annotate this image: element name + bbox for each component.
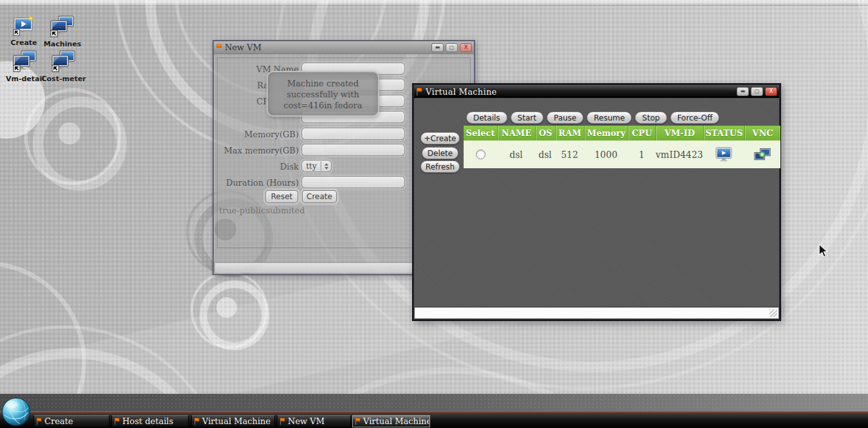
taskbar-item-new-vm[interactable]: New VM bbox=[277, 415, 351, 427]
close-button[interactable]: X bbox=[765, 87, 777, 96]
maximize-button[interactable]: ▢ bbox=[751, 87, 763, 96]
delete-vm-button[interactable]: Delete bbox=[422, 147, 458, 159]
spinner-arrows-icon[interactable] bbox=[321, 161, 331, 171]
ram-label: Ra bbox=[214, 81, 269, 90]
minimize-button[interactable]: ▬ bbox=[737, 87, 749, 96]
cpu-label: CP bbox=[214, 97, 269, 106]
new-vm-titlebar[interactable]: New VM ▬ ▢ X bbox=[214, 41, 474, 54]
details-button[interactable]: Details bbox=[466, 112, 507, 124]
pause-button[interactable]: Pause bbox=[547, 112, 583, 124]
desktop-icon-label: Create bbox=[5, 39, 42, 47]
disk-select-value: tty bbox=[302, 162, 321, 171]
desktop-icon-label: Vm-detail bbox=[4, 75, 46, 83]
refresh-button[interactable]: Refresh bbox=[420, 160, 460, 173]
window-flag-icon bbox=[194, 417, 200, 425]
maximize-button[interactable]: ▢ bbox=[446, 43, 458, 52]
max-memory-label: Max memory(GB) bbox=[214, 146, 299, 155]
vm-table-header: Select NAME OS RAM Memory CPU VM-ID STAT… bbox=[464, 126, 780, 141]
column-header: STATUS bbox=[703, 126, 744, 141]
name-cell: dsl bbox=[497, 141, 535, 168]
screen-top-strip bbox=[0, 0, 868, 6]
vnc-monitors-icon[interactable] bbox=[754, 148, 771, 162]
column-header: CPU bbox=[628, 126, 656, 141]
column-header: VNC bbox=[744, 126, 780, 141]
memory-input[interactable] bbox=[301, 128, 405, 140]
start-button[interactable]: Start bbox=[511, 112, 543, 124]
reset-button[interactable]: Reset bbox=[265, 190, 298, 203]
duration-label: Duration (Hours) bbox=[214, 178, 299, 188]
tooltip-line: Machine created bbox=[268, 78, 378, 89]
dual-monitor-icon bbox=[51, 50, 77, 72]
cpu-cell: 1 bbox=[628, 141, 656, 168]
desktop-icon-cost-meter[interactable]: Cost-meter bbox=[41, 50, 86, 83]
memory-cell: 1000 bbox=[584, 141, 628, 168]
monitor-play-star-icon bbox=[12, 15, 36, 36]
select-cell bbox=[464, 141, 497, 168]
taskbar-item-label: Virtual Machine bbox=[202, 416, 270, 426]
status-cell bbox=[703, 141, 744, 168]
table-row: dsl dsl 512 1000 1 vmID4423 bbox=[464, 141, 780, 168]
taskbar-upper-band bbox=[0, 394, 868, 411]
dual-monitor-icon bbox=[50, 15, 75, 37]
monitor-play-icon[interactable] bbox=[715, 147, 733, 162]
bg-circle bbox=[33, 97, 127, 191]
row-select-radio[interactable] bbox=[476, 150, 486, 159]
taskbar-item-virtual-machine[interactable]: Virtual Machine bbox=[191, 415, 275, 427]
taskbar-item-create[interactable]: Create bbox=[33, 415, 109, 427]
memory-label: Memory(GB) bbox=[214, 130, 299, 139]
taskbar-item-virtual-machine-active[interactable]: Virtual Machine bbox=[352, 415, 430, 427]
bg-circle bbox=[216, 297, 237, 318]
tooltip-line: cost=416in fedora bbox=[268, 100, 378, 111]
virtual-machine-window: Virtual Machine ▬ ▢ X Details Start Paus… bbox=[413, 84, 780, 320]
vm-table: Select NAME OS RAM Memory CPU VM-ID STAT… bbox=[464, 126, 780, 168]
desktop-icon-label: Cost-meter bbox=[41, 75, 86, 83]
create-vm-button[interactable]: +Create bbox=[420, 132, 460, 144]
window-title: Virtual Machine bbox=[426, 87, 497, 97]
disk-label: Disk bbox=[214, 162, 299, 171]
column-header: RAM bbox=[555, 126, 584, 141]
bg-circle bbox=[24, 88, 121, 185]
close-button[interactable]: X bbox=[460, 43, 472, 52]
column-header: Memory bbox=[584, 126, 628, 141]
taskbar-item-label: Host details bbox=[122, 416, 173, 426]
vm-statusbar bbox=[415, 307, 778, 318]
vm-id-cell: vmID4423 bbox=[656, 141, 703, 168]
bg-circle bbox=[191, 271, 268, 349]
os-cell: dsl bbox=[535, 141, 555, 168]
start-orb-button[interactable] bbox=[1, 397, 31, 427]
desktop-icon-label: Machines bbox=[42, 40, 82, 48]
machine-created-tooltip: Machine created successfully with cost=4… bbox=[267, 71, 379, 117]
window-flag-icon bbox=[36, 417, 42, 425]
vm-toolbar: Details Start Pause Resume Stop Force-Of… bbox=[466, 112, 719, 124]
vm-titlebar[interactable]: Virtual Machine ▬ ▢ X bbox=[414, 85, 779, 98]
disk-select[interactable]: tty bbox=[301, 160, 332, 172]
column-header: OS bbox=[535, 126, 555, 141]
resize-grip[interactable] bbox=[769, 309, 777, 317]
force-off-button[interactable]: Force-Off bbox=[670, 112, 720, 124]
column-header: VM-ID bbox=[656, 126, 703, 141]
bg-circle bbox=[59, 122, 80, 144]
dual-monitor-icon bbox=[12, 50, 38, 72]
stop-button[interactable]: Stop bbox=[635, 112, 666, 124]
minimize-button[interactable]: ▬ bbox=[431, 43, 444, 52]
window-flag-icon bbox=[216, 43, 222, 52]
column-header: NAME bbox=[497, 126, 535, 141]
max-memory-input[interactable] bbox=[301, 144, 405, 156]
tooltip-line: successfully with bbox=[268, 89, 378, 100]
mouse-cursor bbox=[818, 244, 828, 258]
bg-circle bbox=[200, 280, 269, 350]
vnc-cell bbox=[744, 141, 780, 168]
taskbar-item-host-details[interactable]: Host details bbox=[111, 415, 189, 427]
window-flag-icon bbox=[279, 417, 285, 425]
resume-button[interactable]: Resume bbox=[587, 112, 632, 124]
window-flag-icon bbox=[416, 87, 422, 96]
create-button[interactable]: Create bbox=[302, 190, 337, 203]
taskbar-item-label: Create bbox=[44, 416, 73, 426]
taskbar-item-label: Virtual Machine bbox=[363, 416, 430, 426]
duration-input[interactable] bbox=[301, 176, 405, 188]
ram-cell: 512 bbox=[555, 141, 584, 168]
desktop: Create Machines Vm-detail Cost-meter New… bbox=[0, 0, 868, 428]
desktop-icon-create[interactable]: Create bbox=[5, 15, 42, 47]
desktop-icon-machines[interactable]: Machines bbox=[42, 15, 82, 48]
desktop-icon-vm-detail[interactable]: Vm-detail bbox=[4, 50, 46, 83]
